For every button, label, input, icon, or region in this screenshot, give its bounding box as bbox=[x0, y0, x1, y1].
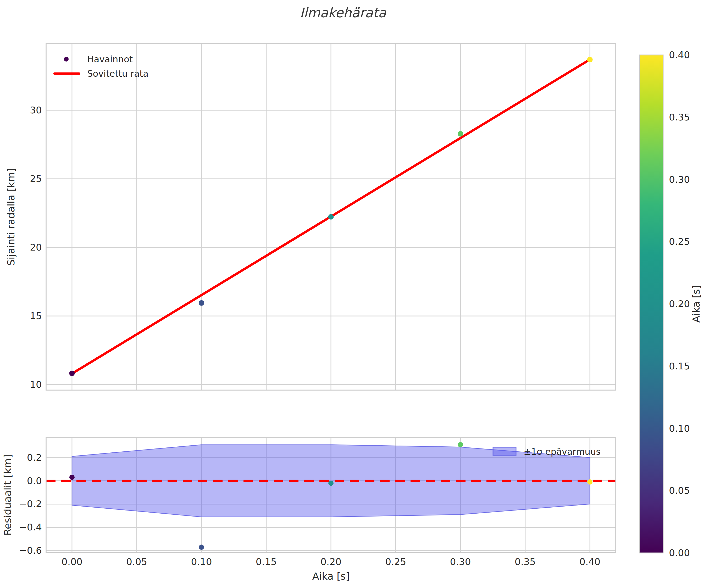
observation-point bbox=[199, 300, 204, 306]
colorbar-tick-label: 0.00 bbox=[669, 547, 690, 558]
x-tick-label: 0.00 bbox=[61, 556, 82, 567]
x-tick-label: 0.40 bbox=[579, 556, 600, 567]
residual-y-tick-label: −0.4 bbox=[19, 522, 42, 533]
main-plot: 1015202530 Ilmakehärata Sijainti radalla… bbox=[5, 5, 616, 390]
main-y-axis-label: Sijainti radalla [km] bbox=[5, 168, 17, 266]
colorbar-gradient bbox=[639, 55, 663, 553]
x-tick-label: 0.25 bbox=[385, 556, 406, 567]
residual-y-axis-label: Residuaalit [km] bbox=[2, 454, 14, 536]
main-y-tick-label: 30 bbox=[30, 105, 42, 115]
colorbar-tick-label: 0.10 bbox=[669, 423, 690, 434]
chart-canvas: 1015202530 Ilmakehärata Sijainti radalla… bbox=[0, 0, 709, 588]
observation-point bbox=[587, 57, 593, 62]
colorbar-tick-label: 0.05 bbox=[669, 485, 690, 496]
residual-point bbox=[199, 544, 204, 550]
observation-point bbox=[69, 371, 75, 376]
colorbar-tick-label: 0.35 bbox=[669, 112, 690, 123]
legend-label-uncertainty: ±1σ epävarmuus bbox=[524, 446, 601, 457]
residual-point bbox=[70, 475, 75, 480]
residual-y-tick-label: 0.2 bbox=[27, 452, 42, 463]
colorbar-tick-label: 0.30 bbox=[669, 174, 690, 185]
x-tick-label: 0.15 bbox=[256, 556, 277, 567]
main-y-tick-label: 15 bbox=[30, 311, 42, 321]
residual-legend: ±1σ epävarmuus bbox=[493, 446, 601, 457]
x-tick-label: 0.35 bbox=[515, 556, 536, 567]
residual-y-tick-label: −0.6 bbox=[19, 545, 42, 556]
residual-point bbox=[458, 442, 463, 448]
figure: 1015202530 Ilmakehärata Sijainti radalla… bbox=[0, 0, 709, 588]
main-yticks: 1015202530 bbox=[30, 105, 42, 390]
x-tick-label: 0.20 bbox=[320, 556, 341, 567]
colorbar-tick-label: 0.40 bbox=[669, 50, 690, 60]
x-axis-label: Aika [s] bbox=[312, 570, 350, 582]
legend-band-patch bbox=[493, 447, 516, 455]
main-legend: Havainnot Sovitettu rata bbox=[54, 54, 149, 79]
residual-plot: 0.20.0−0.2−0.4−0.60.000.050.100.150.200.… bbox=[2, 438, 616, 582]
colorbar-ticks: 0.000.050.100.150.200.250.300.350.40 bbox=[669, 50, 690, 558]
residual-point bbox=[587, 479, 593, 485]
chart-title: Ilmakehärata bbox=[300, 5, 387, 20]
main-y-tick-label: 10 bbox=[30, 379, 42, 390]
colorbar: 0.000.050.100.150.200.250.300.350.40 Aik… bbox=[639, 50, 702, 558]
observation-point bbox=[458, 131, 463, 137]
legend-label-sovitettu-rata: Sovitettu rata bbox=[87, 68, 149, 79]
main-y-tick-label: 25 bbox=[30, 173, 42, 184]
colorbar-body bbox=[639, 55, 663, 553]
legend-dot-marker bbox=[64, 57, 69, 61]
main-y-tick-label: 20 bbox=[30, 242, 42, 252]
residual-point bbox=[328, 480, 334, 486]
colorbar-tick-label: 0.20 bbox=[669, 298, 690, 309]
x-tick-label: 0.05 bbox=[126, 556, 147, 567]
colorbar-tick-label: 0.15 bbox=[669, 361, 690, 372]
legend-label-havainnot: Havainnot bbox=[87, 54, 133, 64]
residual-y-tick-label: −0.2 bbox=[19, 499, 42, 509]
colorbar-tick-label: 0.25 bbox=[669, 236, 690, 247]
x-tick-label: 0.30 bbox=[450, 556, 471, 567]
colorbar-label: Aika [s] bbox=[690, 285, 702, 323]
observation-point bbox=[328, 214, 334, 220]
x-tick-label: 0.10 bbox=[191, 556, 212, 567]
residual-y-tick-label: 0.0 bbox=[27, 475, 42, 486]
